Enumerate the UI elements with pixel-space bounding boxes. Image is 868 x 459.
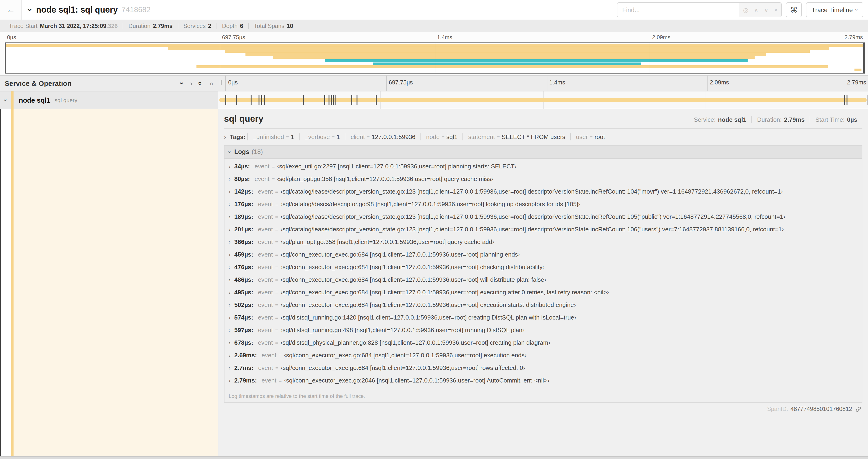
minimap-right-scrubber[interactable]	[863, 43, 865, 73]
focus-match-icon[interactable]: ◎	[743, 7, 748, 13]
log-row[interactable]: ›597µs:event=‹sql/distsql_running.go:498…	[224, 327, 862, 339]
log-row[interactable]: ›486µs:event=‹sql/conn_executor_exec.go:…	[224, 276, 862, 289]
deep-link-icon[interactable]	[856, 406, 862, 412]
expand-all-icon[interactable]: »	[209, 80, 213, 87]
ruler-gridline	[708, 75, 708, 91]
equals-sign: =	[275, 277, 278, 283]
log-marker-tick[interactable]	[356, 95, 358, 105]
expand-one-icon[interactable]: ›	[190, 80, 192, 87]
span-duration-bar[interactable]	[219, 98, 867, 102]
log-marker-tick[interactable]	[236, 95, 237, 105]
log-row[interactable]: ›2.79ms:event=‹sql/conn_executor_exec.go…	[224, 377, 862, 390]
trace-stat: Services2	[178, 23, 217, 29]
log-row[interactable]: ›459µs:event=‹sql/conn_executor_exec.go:…	[224, 251, 862, 264]
trace-minimap[interactable]: 0µs697.75µs1.4ms2.09ms2.79ms	[0, 32, 868, 75]
span-row-name-cell[interactable]: › node sql1 sql query	[0, 91, 218, 109]
keyboard-shortcuts-button[interactable]: ⌘	[786, 2, 802, 17]
log-timestamp: 678µs:	[234, 339, 253, 346]
minimap-gridline	[650, 43, 650, 73]
find-input[interactable]	[618, 3, 739, 17]
meta-value: node sql1	[718, 116, 746, 123]
log-marker-tick[interactable]	[844, 95, 845, 105]
timeline-ruler: 0µs697.75µs1.4ms2.09ms2.79ms	[225, 75, 868, 91]
log-field-key: event	[258, 226, 273, 233]
log-row[interactable]: ›176µs:event=‹sql/catalog/descs/descript…	[224, 201, 862, 213]
stat-label: Total Spans	[254, 23, 284, 29]
logs-accordion-header[interactable]: › Logs (18)	[224, 145, 862, 159]
log-row[interactable]: ›34µs:event=‹sql/exec_util.go:2297 [nsql…	[224, 163, 862, 175]
collapse-one-icon[interactable]: ›	[179, 82, 186, 85]
log-row[interactable]: ›142µs:event=‹sql/catalog/lease/descript…	[224, 188, 862, 201]
span-collapse-icon[interactable]: ›	[2, 99, 9, 101]
tags-label: Tags:	[230, 133, 245, 140]
log-marker-tick[interactable]	[225, 95, 226, 105]
log-row[interactable]: ›2.69ms:event=‹sql/conn_executor_exec.go…	[224, 352, 862, 364]
minimap-span-bar	[373, 62, 641, 65]
view-selector-dropdown[interactable]: Trace Timeline ›	[806, 2, 863, 17]
log-row[interactable]: ›574µs:event=‹sql/distsql_running.go:142…	[224, 314, 862, 327]
span-row-timeline-cell[interactable]	[218, 91, 868, 109]
log-field-value: ‹sql/catalog/lease/descriptor_version_st…	[280, 213, 785, 220]
log-marker-tick[interactable]	[328, 95, 329, 105]
tag-value: sql1	[446, 133, 458, 140]
minimap-span-bar	[168, 47, 830, 50]
log-marker-tick[interactable]	[261, 95, 262, 105]
column-resize-handle[interactable]	[220, 80, 223, 87]
expanded-span-fill	[13, 109, 218, 456]
log-marker-tick[interactable]	[333, 95, 334, 105]
log-marker-tick[interactable]	[251, 95, 251, 105]
log-marker-tick[interactable]	[846, 95, 847, 105]
span-detail-header: sql query Service:node sql1Duration:2.79…	[224, 114, 862, 124]
log-marker-tick[interactable]	[265, 95, 265, 105]
logs-note: Log timestamps are relative to the start…	[224, 390, 862, 402]
chevron-right-icon: ›	[224, 133, 226, 140]
log-field-key: event	[258, 264, 273, 270]
minimap-left-scrubber[interactable]	[5, 43, 6, 73]
collapse-all-icon[interactable]: »	[197, 81, 205, 85]
meta-label: Start Time:	[815, 116, 845, 123]
prev-match-icon[interactable]: ∧	[754, 7, 758, 13]
back-button[interactable]: ←	[0, 0, 22, 20]
chevron-right-icon: ›	[229, 276, 230, 283]
log-marker-tick[interactable]	[258, 95, 259, 105]
next-match-icon[interactable]: ∨	[764, 7, 768, 13]
chevron-right-icon: ›	[229, 176, 230, 183]
log-row[interactable]: ›502µs:event=‹sql/conn_executor_exec.go:…	[224, 301, 862, 314]
log-marker-tick[interactable]	[334, 95, 335, 105]
tag-key: statement	[468, 133, 495, 140]
stat-value: 2	[208, 23, 211, 29]
tag-item: statement=SELECT * FROM users	[463, 133, 570, 140]
log-row[interactable]: ›495µs:event=‹sql/conn_executor_exec.go:…	[224, 289, 862, 301]
log-marker-tick[interactable]	[303, 95, 304, 105]
log-row[interactable]: ›366µs:event=‹sql/plan_opt.go:358 [nsql1…	[224, 238, 862, 251]
tags-accordion[interactable]: › Tags: _unfinished=1_verbose=1client=12…	[224, 133, 862, 140]
expanded-row-accent	[0, 109, 1, 456]
log-row[interactable]: ›80µs:event=‹sql/plan_opt.go:358 [nsql1,…	[224, 175, 862, 188]
log-row[interactable]: ›678µs:event=‹sql/distsql_physical_plann…	[224, 339, 862, 352]
log-marker-tick[interactable]	[324, 95, 325, 105]
log-row[interactable]: ›2.7ms:event=‹sql/conn_executor_exec.go:…	[224, 364, 862, 377]
clear-find-icon[interactable]: ×	[774, 7, 777, 13]
log-marker-tick[interactable]	[351, 95, 352, 105]
log-row[interactable]: ›201µs:event=‹sql/catalog/lease/descript…	[224, 226, 862, 238]
log-timestamp: 502µs:	[234, 301, 253, 308]
chevron-right-icon: ›	[229, 289, 230, 296]
log-field-value: ‹sql/catalog/lease/descriptor_version_st…	[280, 188, 783, 195]
stat-value: 10	[287, 23, 293, 29]
trace-title-wrap: › node sql1: sql query 7418682	[28, 5, 617, 15]
log-marker-tick[interactable]	[375, 95, 376, 105]
minimap-span-bar	[225, 50, 810, 53]
meta-label: Duration:	[757, 116, 782, 123]
minimap-canvas[interactable]	[5, 42, 865, 74]
log-row[interactable]: ›189µs:event=‹sql/catalog/lease/descript…	[224, 213, 862, 226]
collapse-trace-icon[interactable]: ›	[25, 8, 35, 11]
equals-sign: =	[332, 134, 335, 140]
log-marker-tick[interactable]	[331, 95, 332, 105]
span-id-row: SpanID: 4877749850101760812	[224, 402, 862, 416]
ruler-tick-label: 1.4ms	[437, 34, 452, 41]
log-row[interactable]: ›476µs:event=‹sql/conn_executor_exec.go:…	[224, 264, 862, 276]
span-operation-title: sql query	[224, 114, 264, 124]
span-row: › node sql1 sql query	[0, 91, 868, 109]
ruler-tick-label: 0µs	[228, 79, 238, 86]
log-field-key: event	[258, 276, 273, 283]
